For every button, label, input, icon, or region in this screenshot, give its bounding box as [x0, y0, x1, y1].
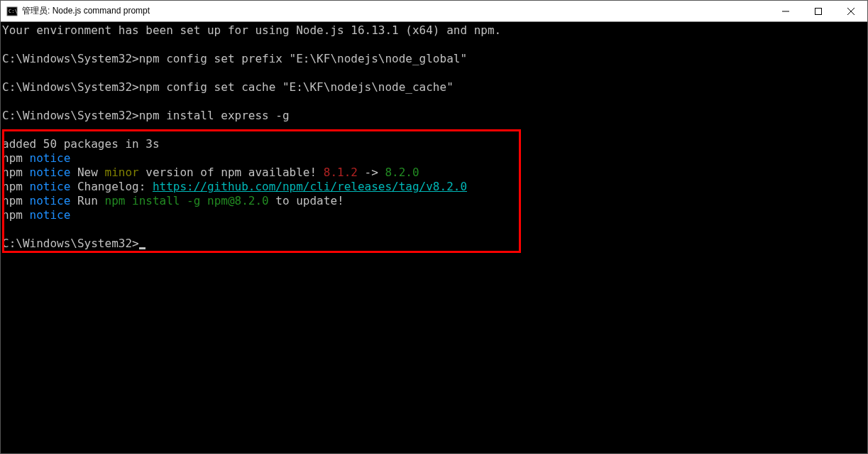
window-controls [769, 1, 867, 21]
suggested-command: npm install -g npm@8.2.0 [105, 194, 269, 207]
notice-word: notice [30, 166, 71, 179]
svg-text:C:\: C:\ [9, 9, 18, 14]
npm-tag: npm [2, 151, 30, 165]
titlebar[interactable]: C:\ 管理员: Node.js command prompt [1, 1, 867, 22]
command-text: npm config set cache "E:\KF\nodejs\node_… [139, 80, 454, 94]
prompt: C:\Windows\System32> [2, 237, 139, 250]
cursor-icon [139, 247, 145, 249]
old-version: 8.1.2 [324, 166, 358, 179]
notice-word: notice [30, 208, 71, 222]
npm-tag: npm [2, 194, 30, 207]
command-line: C:\Windows\System32>npm config set cache… [1, 80, 867, 94]
svg-rect-3 [815, 8, 822, 14]
notice-word: notice [30, 194, 71, 207]
output-line: npm notice Changelog: https://github.com… [1, 180, 867, 194]
blank-line [1, 222, 867, 237]
text: Changelog: [70, 180, 153, 193]
prompt: C:\Windows\System32> [2, 80, 139, 94]
arrow: -> [358, 166, 385, 179]
output-line: npm notice Run npm install -g npm@8.2.0 … [1, 194, 867, 208]
output-line: npm notice [1, 208, 867, 222]
notice-word: notice [30, 151, 71, 165]
window-title: 管理员: Node.js command prompt [22, 5, 150, 17]
blank-line [1, 66, 867, 80]
terminal-area[interactable]: Your environment has been set up for usi… [1, 22, 867, 453]
changelog-link[interactable]: https://github.com/npm/cli/releases/tag/… [153, 180, 467, 193]
minimize-button[interactable] [769, 1, 802, 21]
text: to update! [269, 194, 344, 207]
blank-line [1, 123, 867, 137]
output-line: added 50 packages in 3s [1, 137, 867, 151]
terminal-icon: C:\ [6, 6, 18, 17]
output-line: Your environment has been set up for usi… [1, 23, 867, 38]
terminal-content: Your environment has been set up for usi… [1, 22, 867, 251]
notice-word: notice [30, 180, 71, 193]
npm-tag: npm [2, 180, 30, 193]
text: version of npm available! [139, 166, 324, 179]
command-text: npm install express -g [139, 109, 290, 122]
close-button[interactable] [835, 1, 867, 21]
new-version: 8.2.0 [385, 166, 419, 179]
blank-line [1, 38, 867, 52]
output-line: npm notice [1, 151, 867, 166]
app-window: C:\ 管理员: Node.js command prompt Your env… [0, 0, 868, 454]
npm-tag: npm [2, 166, 30, 179]
text: New [70, 166, 104, 179]
maximize-button[interactable] [802, 1, 835, 21]
titlebar-left: C:\ 管理员: Node.js command prompt [1, 5, 769, 17]
prompt: C:\Windows\System32> [2, 109, 139, 122]
npm-tag: npm [2, 208, 30, 222]
minor-word: minor [105, 166, 139, 179]
blank-line [1, 94, 867, 109]
text: Run [70, 194, 104, 207]
output-line: npm notice New minor version of npm avai… [1, 166, 867, 180]
command-line: C:\Windows\System32>npm config set prefi… [1, 52, 867, 66]
command-line: C:\Windows\System32>npm install express … [1, 109, 867, 123]
prompt-line[interactable]: C:\Windows\System32> [1, 237, 867, 251]
prompt: C:\Windows\System32> [2, 52, 139, 65]
command-text: npm config set prefix "E:\KF\nodejs\node… [139, 52, 467, 65]
